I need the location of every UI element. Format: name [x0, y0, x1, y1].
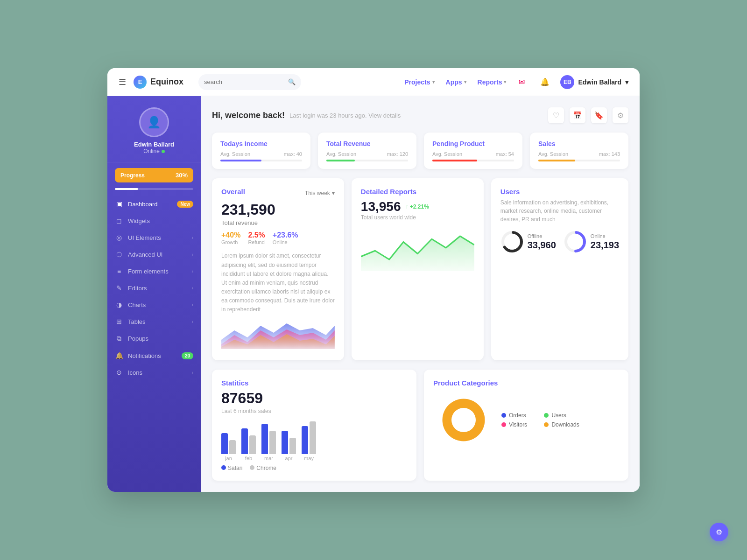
sidebar-item-popups[interactable]: ⧉ Popups [107, 330, 201, 347]
search-bar[interactable]: 🔍 [198, 74, 301, 90]
heart-icon-button[interactable]: ♡ [548, 107, 564, 123]
notification-badge: 20 [182, 352, 193, 359]
form-icon: ≡ [115, 267, 123, 275]
chevron-down-icon: ▾ [432, 79, 435, 84]
area-chart [221, 321, 335, 351]
stats-title: Statitics [221, 379, 407, 387]
progress-label: Progress [120, 172, 145, 179]
avatar: EB [560, 75, 574, 89]
stat-cards: Todays Income Avg. Session max: 40 Total… [212, 133, 628, 169]
welcome-text: Hi, welcome back! [212, 111, 285, 120]
stat-online: +23.6% Online [273, 231, 298, 245]
wave-chart [361, 224, 474, 271]
overall-label: Total revenue [221, 219, 335, 226]
badge-new: New [177, 201, 193, 208]
bar-mar-safari [261, 424, 268, 454]
nav-link-reports[interactable]: Reports ▾ [478, 78, 507, 86]
users-card: Users Sale information on advertising, e… [491, 178, 628, 360]
users-title: Users [500, 188, 619, 196]
nav-links: Projects ▾ Apps ▾ Reports ▾ [404, 78, 506, 86]
offline-donut [500, 230, 524, 253]
users-stats: Offline 33,960 Online [500, 230, 619, 253]
chevron-down-icon: ▾ [504, 79, 506, 84]
calendar-icon-button[interactable]: 📅 [570, 107, 585, 123]
mail-icon-button[interactable]: ✉ [514, 74, 529, 90]
logo-icon: E [134, 76, 147, 89]
search-input[interactable] [204, 78, 288, 85]
popups-icon: ⧉ [115, 335, 123, 343]
users-desc: Sale information on advertising, exhibit… [500, 198, 619, 224]
period-selector[interactable]: This week ▾ [305, 190, 335, 196]
sidebar-item-notifications[interactable]: 🔔 Notifications 20 [107, 347, 201, 364]
detailed-reports-card: Detailed Reports 13,956 ↑ +2.21% Total u… [352, 178, 484, 360]
login-info: Last login was 23 hours ago. View detail… [289, 112, 401, 119]
pie-chart [433, 390, 494, 450]
stat-card-title-income: Todays Income [220, 140, 302, 147]
stat-card-title-pending: Pending Product [432, 140, 514, 147]
nav-link-projects[interactable]: Projects ▾ [404, 78, 434, 86]
sidebar-item-form-elements[interactable]: ≡ Form elements › [107, 263, 201, 280]
bar-feb-chrome [249, 435, 256, 454]
overall-desc: Lorem ipsum dolor sit amet, consectetur … [221, 252, 335, 314]
chevron-icon: › [192, 269, 193, 274]
chevron-icon: › [192, 286, 193, 291]
chevron-icon: › [192, 302, 193, 308]
chevron-icon: › [192, 319, 193, 324]
stat-card-revenue: Total Revenue Avg. Session max: 120 [318, 133, 416, 169]
hamburger-icon[interactable]: ☰ [119, 77, 126, 87]
stat-card-pending: Pending Product Avg. Session max: 54 [424, 133, 522, 169]
statistics-card: Statitics 87659 Last 6 months sales jan [212, 370, 416, 481]
bar-apr-safari [282, 431, 288, 454]
user-name: Edwin Ballard [578, 78, 621, 86]
nav-icons: ✉ 🔔 EB Edwin Ballard ▾ [514, 74, 628, 90]
pie-legend: Orders Users Visitors [501, 412, 579, 428]
stat-card-title-revenue: Total Revenue [326, 140, 408, 147]
bottom-section: Statitics 87659 Last 6 months sales jan [212, 370, 628, 481]
legend-dot-visitors [501, 422, 506, 427]
widgets-icon: ◻ [115, 217, 123, 224]
sidebar-item-charts[interactable]: ◑ Charts › [107, 296, 201, 313]
sidebar-item-tables[interactable]: ⊞ Tables › [107, 313, 201, 330]
app-logo: E Equinox [134, 76, 183, 89]
mid-section: Overall This week ▾ 231,590 Total revenu… [212, 178, 628, 360]
detail-sub: Total users world wide [361, 214, 474, 221]
main-content: Hi, welcome back! Last login was 23 hour… [201, 96, 640, 491]
sidebar-item-advanced-ui[interactable]: ⬡ Advanced UI › [107, 246, 201, 263]
bar-chart: jan feb [221, 419, 407, 461]
bar-may-chrome [310, 421, 316, 454]
chevron-down-icon: ▾ [625, 78, 628, 86]
bookmark-icon-button[interactable]: 🔖 [591, 107, 607, 123]
pie-section: Orders Users Visitors [433, 390, 619, 450]
search-icon: 🔍 [288, 78, 296, 85]
profile-name: Edwin Ballard [134, 141, 174, 148]
sidebar-item-editors[interactable]: ✎ Editors › [107, 280, 201, 296]
sidebar-item-icons[interactable]: ⊙ Icons › [107, 364, 201, 381]
progress-bar-section: Progress 30% [115, 168, 193, 182]
bar-fill-sales [538, 160, 575, 161]
body-wrap: 👤 Edwin Ballard Online Progress 30% ▣ Da [107, 96, 640, 491]
nav-link-apps[interactable]: Apps ▾ [446, 78, 466, 86]
stat-card-income: Todays Income Avg. Session max: 40 [212, 133, 310, 169]
chevron-icon: › [192, 252, 193, 257]
sidebar-item-dashboard[interactable]: ▣ Dashboard New [107, 196, 201, 212]
chevron-down-icon: ▾ [464, 79, 466, 84]
fab-settings-button[interactable]: ⚙ [710, 523, 728, 541]
bar-feb-safari [241, 428, 248, 454]
bar-jan-safari [221, 433, 228, 454]
online-donut [564, 230, 587, 253]
bell-icon-button[interactable]: 🔔 [537, 74, 553, 90]
settings-icon-button[interactable]: ⚙ [613, 107, 628, 123]
bar-jan-chrome [229, 440, 236, 454]
profile-avatar: 👤 [139, 107, 169, 137]
sidebar-item-widgets[interactable]: ◻ Widgets [107, 212, 201, 229]
bar-fill-revenue [326, 160, 355, 161]
progress-value: 30% [176, 172, 188, 179]
user-menu[interactable]: EB Edwin Ballard ▾ [560, 75, 628, 89]
stats-sub: Last 6 months sales [221, 408, 407, 414]
bar-mar-chrome [269, 431, 276, 454]
sidebar-item-ui-elements[interactable]: ◎ UI Elements › [107, 229, 201, 246]
bar-apr-chrome [289, 438, 296, 454]
overall-stats: +40% Growth 2.5% Refund +23.6% Online [221, 231, 335, 245]
chevron-icon: › [192, 370, 193, 375]
tables-icon: ⊞ [115, 318, 123, 325]
